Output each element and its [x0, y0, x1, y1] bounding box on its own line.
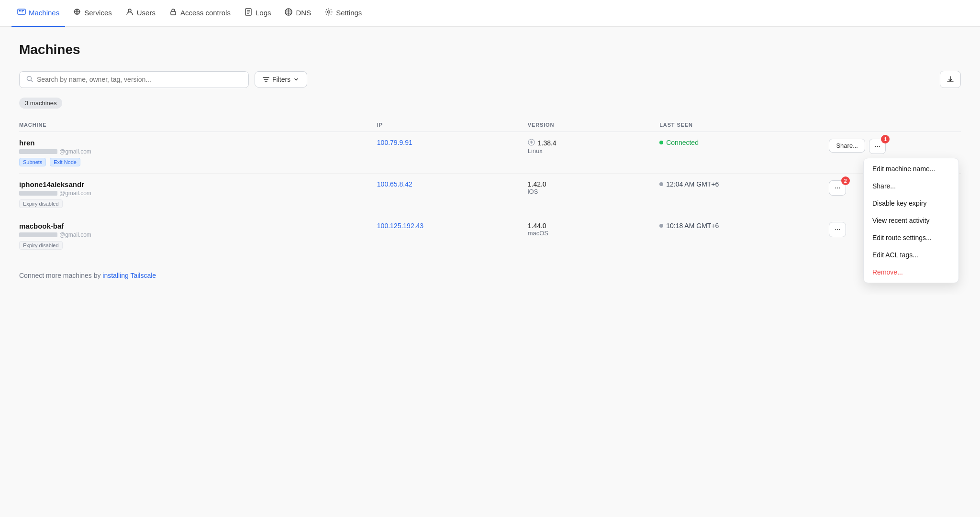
- nav-item-settings[interactable]: Settings: [319, 0, 368, 27]
- email-suffix: @gmail.com: [59, 190, 91, 197]
- ip-cell-hren: 100.79.9.91: [377, 132, 528, 174]
- machine-cell-hren: hren @gmail.com Subnets Exit Node: [19, 132, 377, 174]
- ip-link-macbook[interactable]: 100.125.192.43: [377, 222, 423, 230]
- machine-tags-hren: Subnets Exit Node: [19, 158, 371, 166]
- machine-tags-macbook: Expiry disabled: [19, 241, 371, 250]
- version-os-macbook: macOS: [528, 230, 654, 237]
- actions-cell-hren: Share... ··· 1 Edit machine name... Shar…: [829, 132, 961, 174]
- upgrade-icon: [528, 139, 535, 147]
- version-number-hren: 1.38.4: [538, 139, 557, 147]
- machine-name-macbook: macbook-baf: [19, 222, 371, 230]
- machines-count-badge: 3 machines: [19, 98, 62, 109]
- version-cell-iphone: 1.42.0 iOS: [528, 174, 660, 215]
- more-badge-hren: 1: [881, 135, 890, 143]
- tag-expiry-macbook: Expiry disabled: [19, 241, 63, 250]
- dropdown-acl-tags[interactable]: Edit ACL tags...: [864, 246, 958, 264]
- more-wrapper-macbook: ···: [829, 222, 846, 237]
- nav-label-users: Users: [137, 9, 156, 17]
- nav-label-access-controls: Access controls: [180, 9, 231, 17]
- lastseen-cell-hren: Connected: [659, 132, 829, 174]
- tag-expiry-iphone: Expiry disabled: [19, 199, 63, 208]
- th-lastseen: LAST SEEN: [659, 118, 829, 132]
- filters-button[interactable]: Filters: [255, 71, 307, 88]
- services-icon: [73, 8, 81, 18]
- lock-icon: [169, 8, 178, 18]
- users-icon: [125, 8, 134, 18]
- machine-cell-macbook: macbook-baf @gmail.com Expiry disabled: [19, 215, 377, 257]
- machine-name-hren: hren: [19, 139, 371, 147]
- ip-cell-macbook: 100.125.192.43: [377, 215, 528, 257]
- dropdown-edit-name[interactable]: Edit machine name...: [864, 160, 958, 177]
- search-box: [19, 71, 249, 88]
- version-number-macbook: 1.44.0: [528, 222, 654, 230]
- dns-icon: [284, 8, 293, 18]
- tag-subnets[interactable]: Subnets: [19, 158, 46, 166]
- more-button-macbook[interactable]: ···: [829, 222, 846, 237]
- version-cell-macbook: 1.44.0 macOS: [528, 215, 660, 257]
- ip-link-hren[interactable]: 100.79.9.91: [377, 139, 412, 146]
- dropdown-remove[interactable]: Remove...: [864, 264, 958, 281]
- status-dot-gray-macbook: [659, 224, 663, 228]
- th-version: VERSION: [528, 118, 660, 132]
- nav-item-logs[interactable]: Logs: [238, 0, 277, 27]
- lastseen-time-iphone: 12:04 AM GMT+6: [666, 180, 719, 188]
- actions-hren: Share... ··· 1 Edit machine name... Shar…: [829, 139, 955, 154]
- th-machine: MACHINE: [19, 118, 377, 132]
- machine-email-hren: @gmail.com: [19, 148, 371, 155]
- svg-rect-3: [22, 11, 23, 12]
- nav-item-users[interactable]: Users: [120, 0, 161, 27]
- version-cell-hren: 1.38.4 Linux: [528, 132, 660, 174]
- table-row: macbook-baf @gmail.com Expiry disabled 1…: [19, 215, 961, 257]
- share-button-hren[interactable]: Share...: [829, 139, 865, 153]
- search-icon: [26, 76, 33, 84]
- nav-label-machines: Machines: [29, 9, 59, 17]
- version-os-iphone: iOS: [528, 188, 654, 195]
- nav-label-logs: Logs: [256, 9, 271, 17]
- nav-item-dns[interactable]: DNS: [278, 0, 317, 27]
- dropdown-share[interactable]: Share...: [864, 177, 958, 195]
- svg-point-4: [128, 9, 131, 12]
- machines-table: MACHINE IP VERSION LAST SEEN hren @gmail…: [19, 118, 961, 256]
- footer-link[interactable]: installing Tailscale: [102, 272, 156, 279]
- main-content: Machines Filters 3 machines MACHINE IP V…: [0, 27, 980, 295]
- email-suffix: @gmail.com: [59, 231, 91, 238]
- connected-label: Connected: [666, 139, 699, 146]
- version-os-hren: Linux: [528, 147, 654, 154]
- filters-label: Filters: [272, 76, 290, 83]
- page-title: Machines: [19, 42, 961, 57]
- search-input[interactable]: [37, 76, 242, 83]
- svg-rect-5: [171, 11, 176, 15]
- dropdown-menu: Edit machine name... Share... Disable ke…: [863, 158, 959, 283]
- nav-item-services[interactable]: Services: [67, 0, 118, 27]
- tag-exitnode[interactable]: Exit Node: [50, 158, 80, 166]
- download-button[interactable]: [940, 71, 961, 88]
- svg-line-13: [31, 80, 33, 82]
- dropdown-disable-expiry[interactable]: Disable key expiry: [864, 195, 958, 212]
- table-row: hren @gmail.com Subnets Exit Node 100.79…: [19, 132, 961, 174]
- lastseen-time-macbook: 10:18 AM GMT+6: [666, 222, 719, 230]
- nav-label-settings: Settings: [336, 9, 362, 17]
- ip-link-iphone[interactable]: 100.65.8.42: [377, 180, 412, 188]
- svg-rect-2: [22, 10, 24, 11]
- nav-item-access-controls[interactable]: Access controls: [163, 0, 236, 27]
- dropdown-route-settings[interactable]: Edit route settings...: [864, 229, 958, 246]
- nav-label-dns: DNS: [296, 9, 311, 17]
- machine-name-iphone: iphone14aleksandr: [19, 180, 371, 188]
- status-dot-green: [659, 141, 663, 144]
- machines-icon: [17, 8, 26, 18]
- footer-text: Connect more machines by: [19, 272, 102, 279]
- more-wrapper-iphone: ··· 2: [829, 180, 846, 196]
- email-blur: [19, 149, 57, 154]
- settings-icon: [324, 8, 333, 18]
- lastseen-cell-macbook: 10:18 AM GMT+6: [659, 215, 829, 257]
- nav-item-machines[interactable]: Machines: [11, 0, 65, 27]
- dropdown-recent-activity[interactable]: View recent activity: [864, 212, 958, 229]
- machine-tags-iphone: Expiry disabled: [19, 199, 371, 208]
- logs-icon: [244, 8, 253, 18]
- lastseen-cell-iphone: 12:04 AM GMT+6: [659, 174, 829, 215]
- th-actions: [829, 118, 961, 132]
- th-ip: IP: [377, 118, 528, 132]
- more-badge-iphone: 2: [841, 176, 850, 185]
- ip-cell-iphone: 100.65.8.42: [377, 174, 528, 215]
- svg-rect-1: [19, 10, 21, 11]
